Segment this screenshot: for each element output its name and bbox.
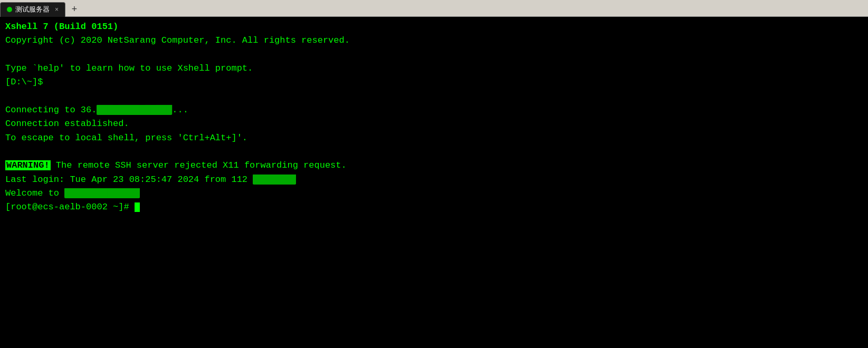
terminal-line-9: To escape to local shell, press 'Ctrl+Al…	[5, 131, 863, 145]
terminal-empty-1	[5, 48, 863, 62]
terminal-empty-2	[5, 90, 863, 103]
terminal-line-5: [D:\~]$	[5, 75, 863, 89]
tab-close-button[interactable]: ×	[55, 6, 59, 13]
redacted-ip-2: ████████	[253, 175, 296, 185]
terminal-line-12: Last login: Tue Apr 23 08:25:47 2024 fro…	[5, 173, 863, 187]
tab-bar: 测试服务器 × +	[0, 0, 868, 17]
terminal-line-7: Connecting to 36.███ ████ █ ███...	[5, 103, 863, 117]
terminal-line-8: Connection established.	[5, 117, 863, 131]
terminal-line-warning: WARNING! The remote SSH server rejected …	[5, 159, 863, 172]
terminal-line-13: Welcome to ██████████████	[5, 187, 863, 200]
terminal-area[interactable]: Xshell 7 (Build 0151) Copyright (c) 2020…	[0, 17, 868, 348]
new-tab-button[interactable]: +	[68, 3, 81, 16]
terminal-line-4: Type `help' to learn how to use Xshell p…	[5, 62, 863, 75]
terminal-line-1: Xshell 7 (Build 0151)	[5, 20, 863, 34]
tab-label: 测试服务器	[15, 5, 50, 14]
terminal-empty-3	[5, 145, 863, 159]
redacted-hostname: ██████████████	[64, 188, 140, 198]
terminal-cursor	[135, 202, 140, 212]
redacted-ip: ███ ████ █ ███	[97, 105, 172, 115]
warning-badge: WARNING!	[5, 160, 51, 170]
tab-test-server[interactable]: 测试服务器 ×	[0, 2, 65, 17]
terminal-line-14: [root@ecs-aelb-0002 ~]#	[5, 200, 863, 214]
terminal-line-2: Copyright (c) 2020 NetSarang Computer, I…	[5, 34, 863, 47]
tab-indicator	[7, 7, 12, 12]
